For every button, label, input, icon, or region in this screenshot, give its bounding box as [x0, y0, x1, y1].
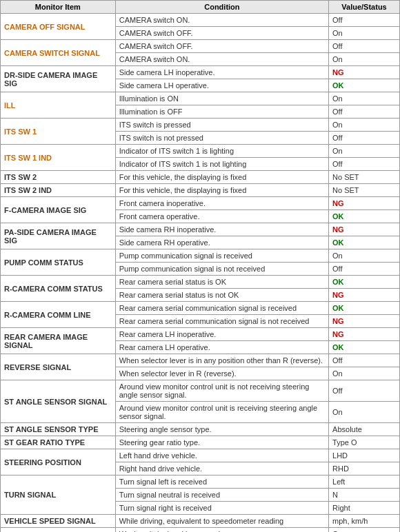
monitor-item-14: REVERSE SIGNAL — [1, 354, 116, 380]
monitor-item-3: ILL — [1, 92, 116, 119]
monitor-item-4: ITS SW 1 — [1, 119, 116, 145]
monitor-item-7: ITS SW 2 IND — [1, 184, 116, 197]
monitor-label: ST ANGLE SENSOR SIGNAL — [4, 398, 107, 406]
value-cell: No SET — [329, 184, 400, 197]
value-cell: Right — [329, 502, 400, 515]
monitor-item-19: TURN SIGNAL — [1, 475, 116, 515]
condition-cell: For this vehicle, the displaying is fixe… — [115, 171, 328, 184]
value-cell: Off — [329, 158, 400, 171]
value-cell: Left — [329, 475, 400, 489]
value-cell: On — [329, 402, 400, 423]
condition-cell: Turn signal right is received — [115, 502, 328, 515]
monitor-label: R-CAMERA COMM LINE — [4, 311, 90, 319]
monitor-label: ST GEAR RATIO TYPE — [4, 438, 85, 447]
monitor-item-11: R-CAMERA COMM STATUS — [1, 276, 116, 302]
value-cell: OK — [329, 276, 400, 289]
value-cell: mph, km/h — [329, 515, 400, 528]
monitor-label: REAR CAMERA IMAGE SIGNAL — [4, 333, 88, 349]
monitor-label: CAMERA SWITCH SIGNAL — [4, 49, 100, 57]
condition-cell: Side camera RH inoperative. — [115, 223, 328, 236]
monitor-label: ST ANGLE SENSOR TYPE — [4, 425, 99, 433]
condition-cell: Side camera RH operative. — [115, 236, 328, 249]
value-cell: N — [329, 489, 400, 502]
condition-cell: Side camera LH inoperative. — [115, 66, 328, 79]
value-cell: Off — [329, 105, 400, 119]
value-cell: Off — [329, 132, 400, 145]
monitor-item-9: PA-SIDE CAMERA IMAGE SIG — [1, 223, 116, 249]
condition-cell: Wash switch signal is pressed — [115, 528, 328, 533]
monitor-item-20: VEHICLE SPEED SIGNAL — [1, 515, 116, 528]
monitor-item-16: ST ANGLE SENSOR TYPE — [1, 423, 116, 436]
value-cell: Off — [329, 380, 400, 402]
value-cell: OK — [329, 79, 400, 92]
value-cell: No SET — [329, 171, 400, 184]
value-cell: Absolute — [329, 423, 400, 436]
value-cell: RHD — [329, 462, 400, 475]
value-cell: Off — [329, 40, 400, 53]
condition-cell: Rear camera LH operative. — [115, 341, 328, 354]
condition-cell: CAMERA switch OFF. — [115, 40, 328, 53]
condition-cell: Rear camera serial communication signal … — [115, 315, 328, 328]
monitor-label: PA-SIDE CAMERA IMAGE SIG — [4, 228, 97, 245]
monitor-label: ITS SW 2 — [4, 173, 37, 181]
monitor-item-21: WASH SW — [1, 528, 116, 533]
condition-cell: Pump communication signal is received — [115, 249, 328, 263]
monitor-label: CAMERA OFF SIGNAL — [4, 23, 86, 31]
condition-cell: While driving, equivalent to speedometer… — [115, 515, 328, 528]
condition-cell: Illumination is OFF — [115, 105, 328, 119]
condition-cell: Steering gear ratio type. — [115, 436, 328, 449]
monitor-label: TURN SIGNAL — [4, 491, 56, 499]
value-cell: OK — [329, 210, 400, 223]
condition-cell: Rear camera serial communication signal … — [115, 302, 328, 315]
monitor-item-12: R-CAMERA COMM LINE — [1, 302, 116, 328]
condition-cell: Rear camera serial status is not OK — [115, 289, 328, 302]
condition-cell: Side camera LH operative. — [115, 79, 328, 92]
condition-cell: When selector lever is in any position o… — [115, 354, 328, 367]
condition-cell: Indicator of ITS switch 1 is not lightin… — [115, 158, 328, 171]
value-cell: Off — [329, 14, 400, 27]
monitor-label: REVERSE SIGNAL — [4, 363, 71, 371]
condition-cell: Indicator of ITS switch 1 is lighting — [115, 145, 328, 158]
condition-cell: Front camera operative. — [115, 210, 328, 223]
value-cell: On — [329, 27, 400, 40]
monitor-item-17: ST GEAR RATIO TYPE — [1, 436, 116, 449]
value-cell: OK — [329, 341, 400, 354]
condition-cell: For this vehicle, the displaying is fixe… — [115, 184, 328, 197]
value-cell: NG — [329, 289, 400, 302]
value-cell: On — [329, 92, 400, 105]
monitor-item-0: CAMERA OFF SIGNAL — [1, 14, 116, 40]
condition-cell: Right hand drive vehicle. — [115, 462, 328, 475]
value-cell: NG — [329, 328, 400, 341]
monitor-label: ILL — [4, 101, 16, 110]
value-cell: NG — [329, 315, 400, 328]
value-cell: Off — [329, 263, 400, 276]
monitor-label: VEHICLE SPEED SIGNAL — [4, 517, 96, 525]
value-cell: OK — [329, 302, 400, 315]
condition-cell: ITS switch is not pressed — [115, 132, 328, 145]
monitor-label: DR-SIDE CAMERA IMAGE SIG — [4, 71, 97, 88]
condition-cell: CAMERA switch OFF. — [115, 27, 328, 40]
condition-cell: Turn signal neutral is received — [115, 489, 328, 502]
monitor-label: ITS SW 1 — [4, 127, 37, 136]
value-cell: On — [329, 119, 400, 132]
monitor-item-10: PUMP COMM STATUS — [1, 249, 116, 276]
condition-cell: CAMERA switch ON. — [115, 14, 328, 27]
value-cell: OK — [329, 236, 400, 249]
value-cell: On — [329, 53, 400, 66]
condition-cell: Steering angle sensor type. — [115, 423, 328, 436]
monitor-item-13: REAR CAMERA IMAGE SIGNAL — [1, 328, 116, 354]
monitor-label: ITS SW 2 IND — [4, 186, 52, 194]
condition-cell: ITS switch is pressed — [115, 119, 328, 132]
monitor-item-1: CAMERA SWITCH SIGNAL — [1, 40, 116, 66]
monitor-label: ITS SW 1 IND — [4, 154, 52, 162]
condition-cell: Around view monitor control unit is rece… — [115, 402, 328, 423]
condition-cell: Left hand drive vehicle. — [115, 449, 328, 462]
monitor-label: R-CAMERA COMM STATUS — [4, 285, 103, 293]
value-cell: NG — [329, 223, 400, 236]
value-cell: Off — [329, 354, 400, 367]
header-condition: Condition — [115, 1, 328, 14]
monitor-label: STEERING POSITION — [4, 458, 81, 467]
monitor-item-18: STEERING POSITION — [1, 449, 116, 475]
monitor-item-8: F-CAMERA IMAGE SIG — [1, 197, 116, 223]
value-cell: On — [329, 145, 400, 158]
